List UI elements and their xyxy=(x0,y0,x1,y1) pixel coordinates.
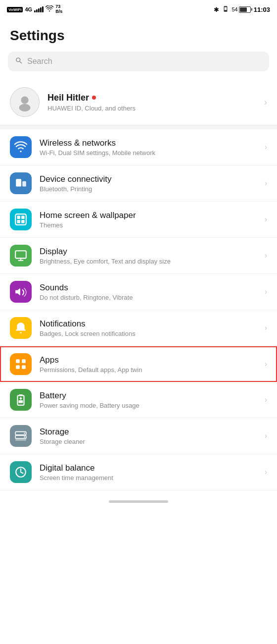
display-subtitle: Brightness, Eye comfort, Text and displa… xyxy=(40,258,257,265)
network-type: 4G xyxy=(25,6,32,12)
digital-balance-subtitle: Screen time management xyxy=(40,474,257,482)
vibrate-icon xyxy=(222,5,229,14)
digital-balance-icon-wrap xyxy=(10,461,32,483)
search-icon xyxy=(15,56,23,66)
profile-section[interactable]: Heil Hitler HUAWEI ID, Cloud, and others… xyxy=(0,79,277,125)
battery-title: Battery xyxy=(40,391,257,401)
battery-chevron: › xyxy=(265,395,267,404)
settings-list: Wireless & networks Wi-Fi, Dual SIM sett… xyxy=(0,129,277,490)
home-title: Home screen & wallpaper xyxy=(40,211,257,220)
svg-rect-9 xyxy=(15,251,26,258)
apps-icon-wrap xyxy=(10,353,32,375)
storage-icon-wrap xyxy=(10,425,32,447)
svg-rect-2 xyxy=(16,179,21,186)
status-right: ✱ 54 11:03 xyxy=(214,5,271,14)
svg-rect-14 xyxy=(22,365,26,369)
signal-bars xyxy=(34,6,44,12)
digital-balance-text: Digital balance Screen time management xyxy=(40,463,257,482)
display-icon-wrap xyxy=(10,245,32,267)
settings-item-device-connectivity[interactable]: Device connectivity Bluetooth, Printing … xyxy=(0,165,277,202)
battery-settings-icon-wrap xyxy=(10,389,32,411)
avatar xyxy=(10,87,40,117)
search-placeholder: Search xyxy=(27,57,52,66)
svg-marker-10 xyxy=(15,288,20,295)
battery-container: 54 xyxy=(232,6,251,13)
vowifi-label: VoWiFi xyxy=(7,7,23,12)
profile-info: Heil Hitler HUAWEI ID, Cloud, and others xyxy=(47,93,256,112)
home-bar xyxy=(0,494,277,511)
battery-level: 54 xyxy=(232,6,238,12)
svg-rect-19 xyxy=(15,439,26,441)
settings-item-display[interactable]: Display Brightness, Eye comfort, Text an… xyxy=(0,238,277,274)
svg-rect-3 xyxy=(22,181,26,187)
svg-point-21 xyxy=(24,436,25,438)
settings-item-wireless[interactable]: Wireless & networks Wi-Fi, Dual SIM sett… xyxy=(0,129,277,165)
section-divider xyxy=(0,125,277,129)
settings-item-sounds[interactable]: Sounds Do not disturb, Ringtone, Vibrate… xyxy=(0,274,277,310)
device-icon-wrap xyxy=(10,172,32,194)
speed-text: 73 B/s xyxy=(55,4,62,14)
storage-subtitle: Storage cleaner xyxy=(40,438,257,445)
storage-title: Storage xyxy=(40,427,257,437)
notifications-text: Notifications Badges, Lock screen notifi… xyxy=(40,319,257,337)
sounds-icon-wrap xyxy=(10,281,32,303)
settings-item-home-screen[interactable]: Home screen & wallpaper Themes › xyxy=(0,202,277,238)
settings-item-storage[interactable]: Storage Storage cleaner › xyxy=(0,418,277,454)
svg-rect-7 xyxy=(17,220,20,223)
home-chevron: › xyxy=(265,215,267,224)
svg-rect-4 xyxy=(15,214,26,225)
battery-text: Battery Power saving mode, Battery usage xyxy=(40,391,257,409)
device-subtitle: Bluetooth, Printing xyxy=(40,185,257,193)
page-title: Settings xyxy=(0,18,277,52)
time-display: 11:03 xyxy=(254,6,270,13)
sounds-title: Sounds xyxy=(40,283,257,293)
svg-point-0 xyxy=(21,97,28,104)
storage-text: Storage Storage cleaner xyxy=(40,427,257,445)
notifications-chevron: › xyxy=(265,323,267,332)
wireless-text: Wireless & networks Wi-Fi, Dual SIM sett… xyxy=(40,138,257,157)
svg-rect-5 xyxy=(17,215,20,219)
profile-subtitle: HUAWEI ID, Cloud, and others xyxy=(47,105,256,112)
wireless-title: Wireless & networks xyxy=(40,138,257,148)
svg-point-1 xyxy=(19,104,31,111)
display-chevron: › xyxy=(265,251,267,260)
profile-chevron-icon: › xyxy=(264,97,267,107)
settings-item-notifications[interactable]: Notifications Badges, Lock screen notifi… xyxy=(0,310,277,346)
svg-rect-8 xyxy=(21,220,25,223)
apps-chevron: › xyxy=(265,360,267,369)
display-text: Display Brightness, Eye comfort, Text an… xyxy=(40,247,257,265)
status-left: VoWiFi 4G 73 B/s xyxy=(7,4,62,14)
notifications-icon-wrap xyxy=(10,317,32,339)
home-text: Home screen & wallpaper Themes xyxy=(40,211,257,229)
apps-title: Apps xyxy=(40,355,257,365)
display-title: Display xyxy=(40,247,257,257)
bluetooth-icon: ✱ xyxy=(214,6,219,13)
apps-subtitle: Permissions, Default apps, App twin xyxy=(40,366,257,374)
sounds-text: Sounds Do not disturb, Ringtone, Vibrate xyxy=(40,283,257,301)
svg-rect-11 xyxy=(16,359,20,363)
profile-name: Heil Hitler xyxy=(47,93,256,103)
home-icon-wrap xyxy=(10,209,32,230)
svg-rect-12 xyxy=(22,359,26,363)
notifications-subtitle: Badges, Lock screen notifications xyxy=(40,330,257,337)
wifi-icon xyxy=(46,5,53,13)
settings-item-battery[interactable]: Battery Power saving mode, Battery usage… xyxy=(0,382,277,418)
settings-item-apps[interactable]: Apps Permissions, Default apps, App twin… xyxy=(0,346,277,382)
settings-item-digital-balance[interactable]: Digital balance Screen time management › xyxy=(0,454,277,490)
digital-balance-chevron: › xyxy=(265,468,267,477)
wireless-icon-wrap xyxy=(10,136,32,158)
online-indicator xyxy=(92,96,96,100)
battery-subtitle: Power saving mode, Battery usage xyxy=(40,402,257,409)
wireless-subtitle: Wi-Fi, Dual SIM settings, Mobile network xyxy=(40,149,257,157)
svg-point-20 xyxy=(24,432,25,434)
digital-balance-title: Digital balance xyxy=(40,463,257,473)
svg-rect-15 xyxy=(18,395,24,405)
search-bar[interactable]: Search xyxy=(8,52,269,71)
battery-icon xyxy=(239,6,251,13)
home-bar-pill xyxy=(109,500,168,503)
svg-rect-6 xyxy=(21,215,25,219)
device-chevron: › xyxy=(265,179,267,188)
notifications-title: Notifications xyxy=(40,319,257,329)
home-subtitle: Themes xyxy=(40,221,257,229)
wireless-chevron: › xyxy=(265,143,267,152)
